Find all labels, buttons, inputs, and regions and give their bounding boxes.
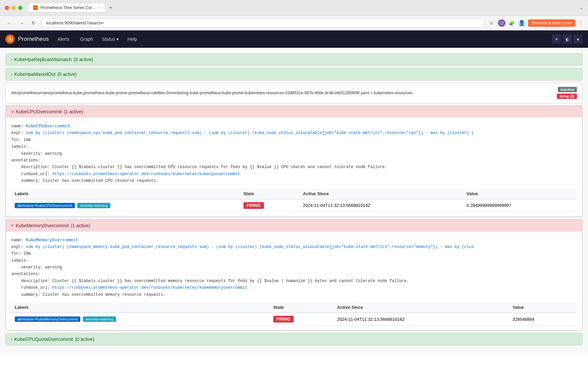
alert-group-header-kube-hpa-replicas-mismatch[interactable]: › KubeHpaReplicasMismatch (0 active) <box>6 53 582 66</box>
mem-rule-runbook-value[interactable]: https://runbooks.prometheus-operator.dev… <box>52 285 247 290</box>
browser-window: P Prometheus Time Series Col… × + ⌄ ← → … <box>0 0 588 390</box>
update-button[interactable]: Terminer la mise à jour <box>528 19 575 27</box>
theme-light-button[interactable]: ☀ <box>552 34 561 44</box>
user-avatar[interactable]: 👤 <box>518 19 525 27</box>
alert-group-header-kube-memory-overcommit[interactable]: ∨ KubeMemoryOvercommit (1 active) <box>6 220 582 232</box>
mem-rule-expr-value: sum by (cluster) (namespace_memory:kube_… <box>26 245 474 249</box>
browser-titlebar: P Prometheus Time Series Col… × + ⌄ <box>0 0 588 16</box>
alert-group-header-kube-hpa-maxed-out[interactable]: › KubeHpaMaxedOut (0 active) <box>6 68 582 80</box>
chevron-down-icon-cpu: ∨ <box>11 110 14 114</box>
prometheus-logo: Prometheus <box>5 34 49 44</box>
badge-inactive: Inactive <box>558 87 577 92</box>
alert-group-kube-hpa-replicas-mismatch: › KubeHpaReplicasMismatch (0 active) <box>5 53 583 66</box>
browser-actions: ☆ 🔮 🧩 👤 Terminer la mise à jour ⋮ <box>488 19 583 27</box>
chevron-right-icon-2: › <box>11 72 12 76</box>
alert-section-kube-memory-overcommit: ∨ KubeMemoryOvercommit (1 active) name: … <box>5 219 583 331</box>
memory-overcommit-table: Labels State Active Since Value alertnam… <box>11 302 577 326</box>
table-row: alertname=KubeCPUOvercommit severity=war… <box>11 199 577 212</box>
rule-annotations-line: annotations: <box>11 157 577 164</box>
rule-labels-line: labels: <box>11 143 577 150</box>
alert-group-header-kube-cpu-quota[interactable]: › KubeCPUQuotaOvercommit (0 active) <box>6 333 582 345</box>
rule-code-cpu: name: KubeCPUOvercommit expr: sum by (cl… <box>11 122 577 184</box>
mem-rule-annotations-line: annotations: <box>11 271 577 277</box>
mem-rule-labels-line: labels: <box>11 257 577 264</box>
alert-active-count-2: (0 active) <box>58 72 77 77</box>
close-button[interactable] <box>5 6 9 10</box>
chevron-down-icon[interactable]: ⌄ <box>579 5 583 10</box>
mem-table-cell-active-since: 2024-11-04T11:32:13.566881014Z <box>334 313 509 326</box>
rule-code-memory: name: KubeMemoryOvercommit expr: sum by … <box>11 236 577 298</box>
prometheus-logo-icon <box>5 34 15 44</box>
mem-label-badge-alertname: alertname=KubeMemoryOvercommit <box>15 316 80 322</box>
reload-button[interactable]: ↻ <box>29 19 38 27</box>
rule-expr-value: sum by (cluster) (namespace_cpu:kube_pod… <box>26 131 474 135</box>
rule-summary-value: Cluster has overcommitted CPU resource r… <box>43 178 159 183</box>
rule-runbook-line: runbook_url: https://runbooks.prometheus… <box>11 171 577 177</box>
kube-memory-overcommit-active: (1 active) <box>71 223 90 228</box>
alert-section-kube-cpu-overcommit: ∨ KubeCPUOvercommit (1 active) name: Kub… <box>5 105 583 217</box>
mem-col-header-labels: Labels <box>11 302 270 313</box>
table-cell-state: FIRING <box>240 199 300 212</box>
mem-rule-summary-line: summary: Cluster has overcommitted memor… <box>11 291 577 298</box>
nav-link-alerts[interactable]: Alerts <box>56 35 72 43</box>
mem-rule-name-value: KubeMemoryOvercommit <box>26 237 78 242</box>
mem-label-badge-severity: severity=warning <box>83 316 116 322</box>
mem-rule-for-line: for: 10m <box>11 250 577 257</box>
alert-active-count: (0 active) <box>74 57 93 62</box>
mem-rule-expr-line: expr: sum by (cluster) (namespace_memory… <box>11 244 577 250</box>
active-tab[interactable]: P Prometheus Time Series Col… × <box>28 3 105 12</box>
minimize-button[interactable] <box>11 6 16 10</box>
url-display: localhost:9090/alerts?search= <box>46 20 104 25</box>
table-cell-value: 0.28499999999999997 <box>463 199 577 212</box>
badge-firing: firing (2) <box>557 94 577 99</box>
new-tab-button[interactable]: + <box>107 4 114 11</box>
kube-memory-overcommit-detail: name: KubeMemoryOvercommit expr: sum by … <box>6 232 582 331</box>
kube-cpu-quota-active: (0 active) <box>75 337 95 342</box>
theme-buttons: ☀ ◐ ● <box>552 34 583 44</box>
alert-group-header-kube-cpu-overcommit[interactable]: ∨ KubeCPUOvercommit (1 active) <box>6 106 582 118</box>
rule-severity-line: severity: warning <box>11 150 577 157</box>
extension-icon-2[interactable]: 🧩 <box>508 19 515 27</box>
back-button[interactable]: ← <box>5 19 14 27</box>
mem-table-row: alertname=KubeMemoryOvercommit severity=… <box>11 313 577 326</box>
mem-table-cell-value: 328548864 <box>509 313 577 326</box>
rule-expr-line: expr: sum by (cluster) (namespace_cpu:ku… <box>11 130 577 136</box>
browser-toolbar: ← → ↻ localhost:9090/alerts?search= ☆ 🔮 … <box>0 16 588 30</box>
theme-half-button[interactable]: ◐ <box>563 34 572 44</box>
address-bar[interactable]: localhost:9090/alerts?search= <box>41 18 485 27</box>
nav-dropdown-status[interactable]: Status ▾ <box>102 36 119 42</box>
bookmark-icon[interactable]: ☆ <box>488 19 495 27</box>
theme-dark-button[interactable]: ● <box>573 34 583 44</box>
rule-description-line: description: Cluster {{ $labels.cluster … <box>11 164 577 170</box>
extension-icon-1[interactable]: 🔮 <box>498 19 505 27</box>
browser-menu-icon[interactable]: ⋮ <box>578 20 583 26</box>
nav-link-help[interactable]: Help <box>125 35 139 43</box>
rule-for-line: for: 10m <box>11 137 577 143</box>
col-header-labels: Labels <box>11 188 240 199</box>
alert-group-name: KubeHpaReplicasMismatch <box>14 57 72 62</box>
nav-link-graph[interactable]: Graph <box>78 35 95 43</box>
tab-title: Prometheus Time Series Col… <box>40 5 96 10</box>
maximize-button[interactable] <box>18 6 22 10</box>
mem-col-header-state: State <box>270 302 334 313</box>
mem-rule-description-value: Cluster {{ $labels.cluster }} has overco… <box>52 279 409 283</box>
prometheus-logo-text: Prometheus <box>18 36 49 42</box>
dropdown-arrow-icon: ▾ <box>116 36 119 42</box>
forward-button[interactable]: → <box>17 19 26 27</box>
mem-rule-name-line: name: KubeMemoryOvercommit <box>11 236 577 244</box>
mem-rule-description-line: description: Cluster {{ $labels.cluster … <box>11 278 577 284</box>
prometheus-navbar: Prometheus Alerts Graph Status ▾ Help ☀ … <box>0 30 588 48</box>
mem-rule-summary-value: Cluster has overcommitted memory resourc… <box>43 292 166 297</box>
state-badge-firing: FIRING <box>243 202 264 209</box>
chevron-right-icon-quota: › <box>11 337 12 341</box>
tab-close-icon[interactable]: × <box>98 6 100 10</box>
alert-group-kube-hpa-maxed-out: › KubeHpaMaxedOut (0 active) <box>5 68 583 81</box>
kube-memory-overcommit-name: KubeMemoryOvercommit <box>16 223 69 228</box>
rule-file-text: /etc/prometheus/rules/prometheus-kube-pr… <box>11 90 550 96</box>
tab-favicon: P <box>33 5 38 10</box>
table-cell-labels: alertname=KubeCPUOvercommit severity=war… <box>11 199 240 212</box>
col-header-active-since: Active Since <box>300 188 463 199</box>
rule-runbook-value[interactable]: https://runbooks.prometheus-operator.dev… <box>52 172 240 176</box>
rule-file-path-block: /etc/prometheus/rules/prometheus-kube-pr… <box>5 83 583 103</box>
rule-name-value: KubeCPUOvercommit <box>26 123 70 128</box>
